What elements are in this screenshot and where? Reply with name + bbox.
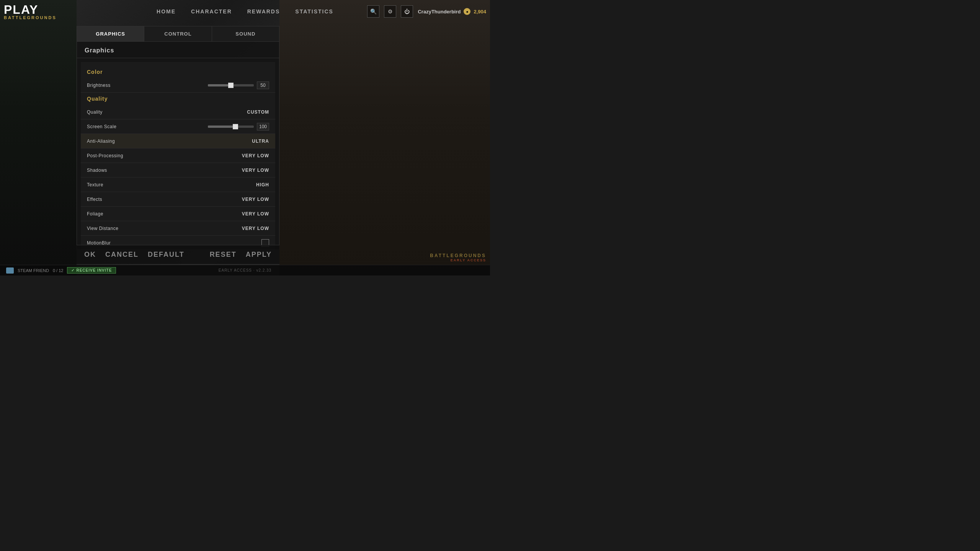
effects-row[interactable]: Effects VERY LOW — [81, 192, 275, 207]
anti-aliasing-value: ULTRA — [252, 139, 269, 144]
currency-amount: 2,904 — [474, 9, 486, 15]
action-right: RESET APPLY — [210, 251, 272, 259]
view-distance-row[interactable]: View Distance VERY LOW — [81, 221, 275, 236]
receive-invite-button[interactable]: ✓ RECEIVE INVITE — [67, 267, 116, 274]
watermark-title: BATTLEGROUNDS — [430, 253, 486, 258]
screen-scale-row: Screen Scale 100 — [81, 119, 275, 134]
tabs: Graphics Control Sound — [77, 26, 279, 42]
anti-aliasing-row[interactable]: Anti-Aliasing ULTRA — [81, 134, 275, 148]
shadows-row[interactable]: Shadows VERY LOW — [81, 163, 275, 178]
apply-button[interactable]: APPLY — [246, 251, 272, 259]
watermark-sub: EARLY ACCESS — [430, 258, 486, 262]
bg-left — [0, 0, 77, 276]
settings-button[interactable]: ⚙ — [384, 5, 396, 18]
search-button[interactable]: 🔍 — [367, 5, 379, 18]
inner-panel: Color Brightness 50 Quality Quality CUST… — [81, 62, 275, 249]
post-processing-row[interactable]: Post-Processing VERY LOW — [81, 148, 275, 163]
color-section-title: Color — [81, 66, 275, 78]
screen-scale-fill — [208, 126, 235, 128]
tab-graphics[interactable]: Graphics — [77, 26, 144, 41]
power-button[interactable]: ⏻ — [401, 5, 413, 18]
tab-control[interactable]: Control — [144, 26, 212, 41]
quality-value: CUSTOM — [247, 109, 269, 115]
post-processing-label: Post-Processing — [87, 153, 123, 158]
currency-icon: ● — [464, 8, 470, 15]
tab-sound[interactable]: Sound — [212, 26, 279, 41]
screen-scale-label: Screen Scale — [87, 124, 116, 129]
steam-friend-label: STEAM FRIEND — [18, 268, 49, 273]
effects-label: Effects — [87, 197, 102, 202]
quality-row[interactable]: Quality CUSTOM — [81, 105, 275, 119]
quality-label: Quality — [87, 109, 103, 115]
view-distance-value: VERY LOW — [242, 226, 269, 231]
screen-scale-value: 100 — [257, 123, 269, 130]
quality-section-title: Quality — [81, 93, 275, 105]
gear-icon: ⚙ — [388, 8, 393, 15]
section-header: Graphics — [77, 42, 279, 58]
foliage-label: Foliage — [87, 211, 103, 217]
check-icon: ✓ — [71, 268, 75, 272]
post-processing-value: VERY LOW — [242, 153, 269, 158]
action-bar: OK CANCEL DEFAULT RESET APPLY — [77, 245, 279, 264]
logo-battlegrounds: BATTLEGROUNDS — [4, 16, 57, 20]
shadows-value: VERY LOW — [242, 168, 269, 173]
cancel-button[interactable]: CANCEL — [105, 251, 139, 259]
nav-rewards[interactable]: REWARDS — [247, 8, 280, 15]
screen-scale-track[interactable] — [208, 126, 254, 128]
nav-right: 🔍 ⚙ ⏻ CrazyThunderbird ● 2,904 — [367, 5, 486, 18]
anti-aliasing-label: Anti-Aliasing — [87, 139, 115, 144]
settings-content[interactable]: Color Brightness 50 Quality Quality CUST… — [77, 58, 279, 249]
reset-button[interactable]: RESET — [210, 251, 237, 259]
watermark: BATTLEGROUNDS EARLY ACCESS — [430, 253, 486, 262]
brightness-value: 50 — [257, 82, 269, 89]
user-area: CrazyThunderbird ● 2,904 — [418, 8, 486, 15]
friend-count: 0 / 12 — [53, 268, 64, 273]
logo: PLAY BATTLEGROUNDS — [4, 3, 57, 20]
texture-value: HIGH — [256, 182, 269, 187]
nav-links: HOME CHARACTER REWARDS STATISTICS — [157, 8, 333, 15]
top-nav: PLAY BATTLEGROUNDS HOME CHARACTER REWARD… — [0, 0, 490, 23]
brightness-track[interactable] — [208, 84, 254, 86]
ok-button[interactable]: OK — [84, 251, 96, 259]
steam-icon — [6, 267, 14, 274]
search-icon: 🔍 — [370, 8, 377, 15]
view-distance-label: View Distance — [87, 226, 118, 231]
nav-statistics[interactable]: STATISTICS — [295, 8, 333, 15]
foliage-value: VERY LOW — [242, 211, 269, 217]
status-left: STEAM FRIEND 0 / 12 ✓ RECEIVE INVITE — [6, 267, 116, 274]
power-icon: ⏻ — [404, 8, 410, 15]
brightness-fill — [208, 84, 231, 86]
nav-home[interactable]: HOME — [157, 8, 176, 15]
receive-invite-label: RECEIVE INVITE — [76, 268, 112, 272]
action-left: OK CANCEL DEFAULT — [84, 251, 185, 259]
screen-scale-slider-container[interactable]: 100 — [208, 123, 269, 130]
bg-right — [279, 0, 490, 276]
logo-play: PLAY — [4, 3, 57, 16]
username: CrazyThunderbird — [418, 9, 461, 15]
screen-scale-thumb[interactable] — [233, 124, 238, 129]
nav-character[interactable]: CHARACTER — [191, 8, 232, 15]
texture-row[interactable]: Texture HIGH — [81, 178, 275, 192]
brightness-row: Brightness 50 — [81, 78, 275, 93]
texture-label: Texture — [87, 182, 103, 187]
settings-panel: Graphics Control Sound Graphics Color Br… — [77, 26, 279, 250]
status-version: EARLY ACCESS · v2.2.33 — [219, 268, 271, 272]
brightness-label: Brightness — [87, 83, 111, 88]
brightness-thumb[interactable] — [228, 83, 234, 88]
default-button[interactable]: DEFAULT — [148, 251, 185, 259]
shadows-label: Shadows — [87, 168, 107, 173]
brightness-slider-container[interactable]: 50 — [208, 82, 269, 89]
effects-value: VERY LOW — [242, 197, 269, 202]
status-bar: STEAM FRIEND 0 / 12 ✓ RECEIVE INVITE EAR… — [0, 265, 490, 276]
foliage-row[interactable]: Foliage VERY LOW — [81, 207, 275, 221]
